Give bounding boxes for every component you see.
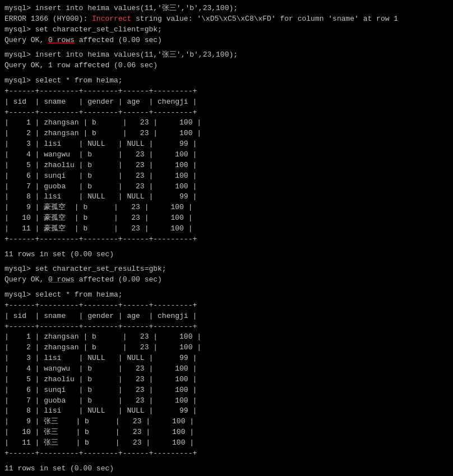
line-set-results: mysql> set character_set_results=gbk; [4, 264, 449, 275]
table2-header-sep: +------+---------+--------+------+------… [4, 322, 449, 332]
table2-container: +------+---------+--------+------+------… [4, 301, 449, 459]
table2-row10: | 10 | 张三 | b | 23 | 100 | [4, 427, 449, 438]
line-select1: mysql> select * from heima; [4, 76, 449, 86]
line-ok3: Query OK, 0 rows affected (0.00 sec) [4, 275, 449, 285]
table1-container: +------+---------+--------+------+------… [4, 86, 449, 245]
terminal: mysql> insert into heima values(11,'张三',… [4, 3, 449, 476]
line-set-client: mysql> set character_set_client=gbk; [4, 25, 449, 35]
table1-row8: | 8 | lisi | NULL | NULL | 99 | [4, 192, 449, 202]
line-ok2: Query OK, 1 row affected (0.06 sec) [4, 61, 449, 71]
table1-header-row: | sid | sname | gender | age | chengji | [4, 97, 449, 108]
table1-row11: | 11 | 豪孤空 | b | 23 | 100 | [4, 224, 449, 234]
error-suffix: string value: '\xD5\xC5\xC8\xFD' for col… [131, 15, 398, 23]
table2-row1: | 1 | zhangsan | b | 23 | 100 | [4, 332, 449, 343]
line-error: ERROR 1366 (HY000): Incorrect string val… [4, 14, 449, 25]
table2-top-border: +------+---------+--------+------+------… [4, 301, 449, 311]
error-incorrect: Incorrect [92, 15, 131, 23]
table2-header-row: | sid | sname | gender | age | chengji | [4, 311, 449, 322]
table1-row9: | 9 | 豪孤空 | b | 23 | 100 | [4, 202, 449, 213]
table2-row2: | 2 | zhangsan | b | 23 | 100 | [4, 343, 449, 353]
table1-top-border: +------+---------+--------+------+------… [4, 86, 449, 97]
line-ok1: Query OK, 0 rows affected (0.00 sec) [4, 35, 449, 46]
table1-row2: | 2 | zhangsan | b | 23 | 100 | [4, 128, 449, 139]
error-prefix: ERROR 1366 (HY000): [4, 15, 92, 23]
table2-row3: | 3 | lisi | NULL | NULL | 99 | [4, 353, 449, 364]
table2-row4: | 4 | wangwu | b | 23 | 100 | [4, 364, 449, 375]
table2-row9: | 9 | 张三 | b | 23 | 100 | [4, 417, 449, 427]
table1-row7: | 7 | guoba | b | 23 | 100 | [4, 182, 449, 192]
table1-row4: | 4 | wangwu | b | 23 | 100 | [4, 150, 449, 160]
table1-row5: | 5 | zhaoliu | b | 23 | 100 | [4, 160, 449, 171]
line-rows-set1: 11 rows in set (0.00 sec) [4, 249, 449, 260]
table2-bottom-border: +------+---------+--------+------+------… [4, 449, 449, 459]
line-insert1: mysql> insert into heima values(11,'张三',… [4, 3, 449, 14]
table2-row8: | 8 | lisi | NULL | NULL | 99 | [4, 406, 449, 417]
table2-row6: | 6 | sunqi | b | 23 | 100 | [4, 385, 449, 396]
table1-row1: | 1 | zhangsan | b | 23 | 100 | [4, 118, 449, 128]
line-insert2: mysql> insert into heima values(11,'张三',… [4, 50, 449, 61]
line-select2: mysql> select * from heima; [4, 290, 449, 301]
zero-rows-2: 0 rows [48, 275, 75, 284]
table1-row6: | 6 | sunqi | b | 23 | 100 | [4, 171, 449, 182]
table1-bottom-border: +------+---------+--------+------+------… [4, 234, 449, 245]
table1-row3: | 3 | lisi | NULL | NULL | 99 | [4, 139, 449, 150]
table1-header-sep: +------+---------+--------+------+------… [4, 108, 449, 118]
table2-row5: | 5 | zhaoliu | b | 23 | 100 | [4, 375, 449, 385]
table1-row10: | 10 | 豪孤空 | b | 23 | 100 | [4, 213, 449, 224]
line-rows-set2: 11 rows in set (0.00 sec) [4, 464, 449, 474]
prompt-symbol: mysql> insert into heima values(11,'张三',… [4, 4, 238, 12]
table2-row7: | 7 | guoba | b | 23 | 100 | [4, 396, 449, 406]
table2-row11: | 11 | 张三 | b | 23 | 100 | [4, 438, 449, 449]
zero-rows-1: 0 rows [48, 36, 75, 44]
